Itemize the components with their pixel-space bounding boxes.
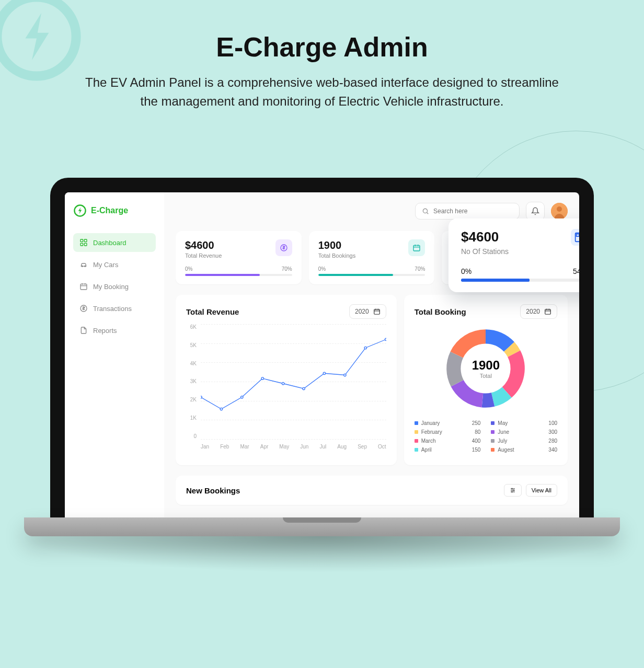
search-icon [422,208,429,215]
booking-chart-card: Total Booking 2020 1900 Total [404,295,568,465]
sidebar-item-transactions[interactable]: Transactions [73,299,156,318]
float-card-bar-low: 0% [461,267,472,275]
stat-value: 1900 [318,239,356,251]
sidebar-item-label: Dashboard [93,239,126,247]
svg-point-13 [423,209,427,213]
sidebar-item-my-cars[interactable]: My Cars [73,255,156,274]
filter-button[interactable] [504,484,522,497]
main-area: $4600Total Revenue0%70%1900Total Booking… [164,192,579,517]
dollar-icon [275,239,292,256]
stat-label: Total Revenue [185,252,222,259]
grid-icon [79,238,88,247]
calendar-icon [408,239,425,256]
svg-point-33 [261,377,263,379]
sidebar-item-label: My Cars [93,261,118,269]
revenue-year-value: 2020 [355,308,369,315]
laptop-frame: E-Charge DashboardMy CarsMy BookingTrans… [50,178,594,573]
float-card-label: No Of Stations [461,247,509,256]
file-icon [79,326,88,335]
brand-logo[interactable]: E-Charge [73,204,156,217]
svg-point-31 [220,408,222,410]
line-chart-svg [201,324,386,426]
svg-rect-2 [80,239,83,242]
brand-logo-icon [73,204,87,217]
legend-item-may: May100 [491,420,557,426]
svg-rect-18 [413,245,420,251]
svg-point-34 [282,383,284,385]
charts-row: Total Revenue 2020 6K5K4K3K2K1K0 JanFebM… [176,295,568,465]
user-avatar[interactable] [551,203,568,220]
revenue-chart-card: Total Revenue 2020 6K5K4K3K2K1K0 JanFebM… [176,295,397,465]
svg-point-39 [385,338,386,340]
station-icon [571,229,579,246]
svg-point-32 [241,396,243,398]
svg-point-37 [344,374,346,376]
search-input[interactable] [433,208,513,215]
stat-value: $4600 [185,239,222,251]
svg-point-38 [364,347,366,349]
calendar-icon [79,282,88,291]
stat-card-total-revenue: $4600Total Revenue0%70% [176,231,302,284]
avatar-icon [551,203,568,220]
calendar-icon [373,308,381,315]
hero-subtitle: The EV Admin Panel is a comprehensive we… [82,73,562,111]
booking-year-picker[interactable]: 2020 [520,304,557,319]
topbar [176,202,568,221]
view-all-button[interactable]: View All [526,484,557,497]
legend-item-july: July280 [491,438,557,444]
sidebar: E-Charge DashboardMy CarsMy BookingTrans… [65,192,164,517]
svg-rect-5 [84,243,87,246]
car-icon [79,260,88,269]
stat-card-total-bookings: 1900Total Bookings0%70% [309,231,435,284]
donut-center-label: Total [472,373,500,379]
svg-rect-4 [80,243,83,246]
calendar-icon [544,308,551,315]
dollar-icon [79,304,88,313]
legend-item-augest: Augest340 [491,447,557,453]
svg-rect-40 [545,309,551,314]
svg-point-49 [511,491,512,492]
hero-title: E-Charge Admin [42,31,602,63]
sidebar-item-label: Transactions [93,305,132,313]
notifications-button[interactable] [526,202,545,221]
svg-point-35 [303,387,305,389]
sidebar-item-dashboard[interactable]: Dashboard [73,233,156,252]
search-box[interactable] [415,203,520,220]
stat-label: Total Bookings [318,252,356,259]
booking-legend: January250February80March400April150May1… [415,420,557,456]
booking-donut: 1900 Total [415,324,557,413]
legend-item-april: April150 [415,447,481,453]
sidebar-item-label: Reports [93,327,117,335]
svg-point-48 [513,490,514,491]
legend-item-february: February80 [415,429,481,435]
background-logo-decor [0,0,84,84]
svg-point-30 [201,396,202,398]
float-card-value: $4600 [461,229,509,245]
svg-rect-3 [84,239,87,242]
sliders-icon [510,487,516,493]
new-bookings-card: New Bookings View All [176,476,568,505]
sidebar-item-reports[interactable]: Reports [73,321,156,340]
svg-rect-8 [80,284,87,290]
sidebar-item-my-booking[interactable]: My Booking [73,277,156,296]
booking-year-value: 2020 [526,308,540,315]
svg-point-16 [557,206,562,212]
svg-point-36 [323,372,325,374]
brand-name: E-Charge [91,206,128,215]
legend-item-march: March400 [415,438,481,444]
sidebar-item-label: My Booking [93,283,129,291]
legend-item-june: June300 [491,429,557,435]
float-card-bar-high: 54% [573,267,579,275]
svg-rect-26 [374,309,380,314]
revenue-line-chart: 6K5K4K3K2K1K0 JanFebMarAprMayJunJulAugSe… [186,324,386,450]
new-bookings-title: New Bookings [186,486,240,495]
legend-item-january: January250 [415,420,481,426]
bell-icon [531,207,539,215]
donut-center-value: 1900 [472,358,500,373]
booking-chart-title: Total Booking [415,307,466,316]
svg-point-47 [511,488,512,489]
revenue-year-picker[interactable]: 2020 [349,304,386,319]
svg-rect-25 [577,234,580,237]
stations-float-card: $4600 No Of Stations 0% 54% [448,218,579,292]
svg-line-14 [427,212,428,214]
